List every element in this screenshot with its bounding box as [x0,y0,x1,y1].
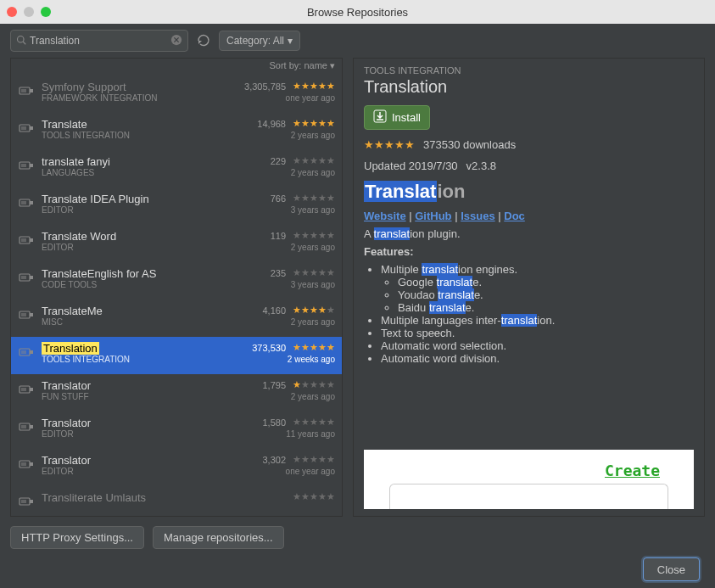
window-title: Browse Repositories [0,6,715,19]
plugin-count: 373,530 [252,343,286,353]
preview-callout [389,484,668,509]
detail-title: Translation [364,77,694,97]
feature-item: Text to speech. [381,327,694,339]
feature-subitem: Youdao translate. [398,288,694,301]
plugin-name: Translation [42,342,99,355]
plugin-item[interactable]: translate fanyiLANGUAGES229★★★★★2 years … [11,150,342,188]
feature-item: Multiple languages inter-translation. [381,314,694,327]
svg-rect-31 [20,349,30,356]
github-link[interactable]: GitHub [415,210,451,222]
plugin-count: 1,580 [262,417,286,428]
search-input[interactable] [30,35,167,47]
preview-word: Create [605,462,660,479]
install-button[interactable]: Install [364,105,430,130]
install-label: Install [392,111,421,124]
svg-point-0 [18,36,25,42]
plugin-item[interactable]: TranslationTOOLS INTEGRATION373,530★★★★★… [11,337,342,374]
category-dropdown[interactable]: Category: All ▾ [219,31,300,51]
svg-rect-44 [30,462,33,466]
summary: A translation plugin. [364,227,694,240]
description-heading: Translation [364,181,694,203]
sort-label: Sort by: name [269,60,327,70]
svg-rect-20 [30,238,33,242]
links-row: Website | GitHub | Issues | Doc [364,210,694,222]
svg-line-1 [23,42,25,44]
plugin-category: FUN STUFF [42,392,243,401]
manage-repositories-button[interactable]: Manage repositories... [153,526,284,549]
plugin-icon [18,194,35,211]
svg-rect-15 [20,199,30,206]
meta-line: ★★★★★ 373530 downloads [364,138,694,151]
plugin-stars: ★★★★★ [293,305,335,316]
feature-item: Automatic word selection. [381,339,694,352]
plugin-item[interactable]: TranslateTOOLS INTEGRATION14,968★★★★★2 y… [11,113,342,150]
plugin-category: MISC [42,317,243,327]
sort-bar[interactable]: Sort by: name ▾ [11,59,342,76]
plugin-list-panel: Sort by: name ▾ Symfony SupportFRAMEWORK… [10,58,343,517]
plugin-item[interactable]: TranslatorEDITOR1,580★★★★★11 years ago [11,412,342,449]
plugin-count: 766 [271,193,286,204]
plugin-item[interactable]: TranslateMeMISC4,160★★★★★2 years ago [11,300,342,337]
svg-rect-11 [20,162,30,169]
plugin-name: Symfony Support [42,81,126,93]
plugin-item[interactable]: Symfony SupportFRAMEWORK INTEGRATION3,30… [11,76,342,113]
search-box[interactable] [10,30,188,52]
svg-rect-28 [30,313,33,316]
plugin-item[interactable]: TranslatorFUN STUFF1,795★★★★★2 years ago [11,374,342,412]
plugin-name: TranslateEnglish for AS [42,267,156,280]
titlebar: Browse Repositories [0,0,715,24]
bottom-bar: HTTP Proxy Settings... Manage repositori… [0,517,715,557]
svg-rect-8 [30,126,33,130]
plugin-age: 2 years ago [291,168,335,177]
chevron-down-icon: ▾ [288,35,293,47]
refresh-button[interactable] [195,32,212,49]
plugin-item[interactable]: Translate IDEA PluginEDITOR766★★★★★3 yea… [11,188,342,225]
plugin-icon [18,493,35,510]
plugin-icon [18,82,35,99]
issues-link[interactable]: Issues [461,210,494,222]
doc-link[interactable]: Doc [504,210,525,222]
plugin-category: LANGUAGES [42,168,243,177]
plugin-icon [18,456,35,473]
plugin-age: 2 years ago [291,243,335,252]
plugin-category: EDITOR [42,429,243,439]
plugin-list: Symfony SupportFRAMEWORK INTEGRATION3,30… [11,76,342,516]
plugin-item[interactable]: Translate WordEDITOR119★★★★★2 years ago [11,225,342,262]
plugin-item[interactable]: Transliterate Umlauts★★★★★ [11,486,342,516]
plugin-stars: ★★★★★ [293,118,335,129]
plugin-icon [18,418,35,435]
clear-icon[interactable] [170,34,182,48]
close-button[interactable]: Close [643,557,700,581]
description: Translation Website | GitHub | Issues | … [364,181,694,443]
website-link[interactable]: Website [364,210,406,222]
plugin-stars: ★★★★★ [293,81,335,92]
chevron-down-icon: ▾ [330,60,335,70]
plugin-category: EDITOR [42,205,243,215]
feature-item: Automatic word division. [381,352,694,365]
plugin-category: EDITOR [42,243,243,252]
svg-rect-47 [20,498,30,505]
plugin-item[interactable]: TranslateEnglish for ASCODE TOOLS235★★★★… [11,262,342,300]
plugin-icon [18,381,35,398]
plugin-name: Translator [42,417,91,429]
plugin-count: 1,795 [262,380,286,390]
plugin-name: Translator [42,379,91,392]
plugin-count: 3,305,785 [244,81,286,92]
svg-rect-16 [30,201,33,204]
plugin-stars: ★★★★★ [293,155,335,166]
svg-rect-7 [20,125,30,132]
plugin-icon [18,344,35,361]
svg-rect-48 [30,500,33,503]
toolbar: Category: All ▾ [0,24,715,58]
downloads-count: 373530 downloads [423,138,516,151]
close-bar: Close [0,557,715,588]
plugin-item[interactable]: TranslatorEDITOR3,302★★★★★one year ago [11,449,342,486]
plugin-icon [18,157,35,174]
plugin-name: Translate [42,118,87,131]
proxy-settings-button[interactable]: HTTP Proxy Settings... [10,526,144,549]
features-label: Features: [364,245,694,258]
download-icon [373,109,387,126]
plugin-age: 2 years ago [291,392,335,401]
detail-panel: TOOLS INTEGRATION Translation Install ★★… [353,58,705,517]
version-label: v2.3.8 [466,160,496,172]
